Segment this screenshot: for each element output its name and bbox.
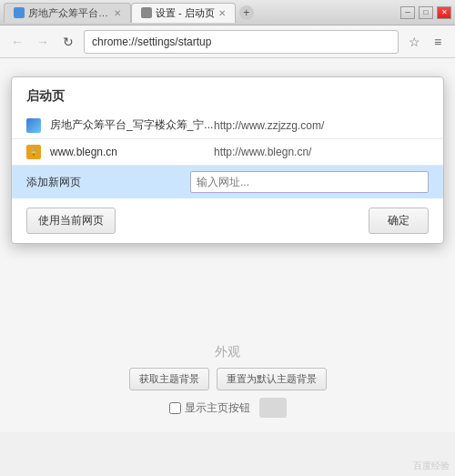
tab1-close-icon[interactable]: ✕ <box>114 8 121 18</box>
tab2-favicon <box>141 7 152 18</box>
site1-url: http://www.zzjzzg.com/ <box>214 119 429 132</box>
appearance-buttons: 获取主题背景 重置为默认主题背景 <box>18 368 437 390</box>
tab2-close-icon[interactable]: ✕ <box>218 8 226 18</box>
minimize-button[interactable]: ─ <box>400 6 415 19</box>
tab1-label: 房地产众筹平台_写字楼众筹_宁... <box>28 6 110 20</box>
add-new-row[interactable]: 添加新网页 <box>12 166 443 198</box>
list-item[interactable]: 🔒 www.blegn.cn http://www.blegn.cn/ <box>12 139 443 166</box>
tabs-container: 房地产众筹平台_写字楼众筹_宁... ✕ 设置 - 启动页 ✕ + <box>4 3 254 23</box>
page-content: Chrome 设置 历史记录 登录 启动页 房地产众筹平台_写字楼众筹_宁...… <box>0 58 455 432</box>
add-url-input[interactable] <box>190 171 429 193</box>
show-home-checkbox[interactable] <box>169 402 181 414</box>
site2-name: www.blegn.cn <box>50 146 214 158</box>
tab-2[interactable]: 设置 - 启动页 ✕ <box>131 3 236 23</box>
dialog-title: 启动页 <box>12 77 443 112</box>
site2-favicon-icon: 🔒 <box>29 148 38 157</box>
appearance-section: 外观 获取主题背景 重置为默认主题背景 显示主页按钮 <box>18 344 437 418</box>
menu-icon[interactable]: ≡ <box>428 32 448 52</box>
page-wrapper: Chrome 设置 历史记录 登录 启动页 房地产众筹平台_写字楼众筹_宁...… <box>0 58 455 476</box>
site2-url: http://www.blegn.cn/ <box>214 146 429 158</box>
watermark: 百度经验 <box>413 460 450 472</box>
show-home-label: 显示主页按钮 <box>185 400 250 416</box>
back-button[interactable]: ← <box>7 32 27 52</box>
window-controls: ─ □ ✕ <box>400 6 451 19</box>
home-button-preview <box>259 398 287 418</box>
new-tab-button[interactable]: + <box>239 5 254 20</box>
address-text: chrome://settings/startup <box>92 35 211 48</box>
refresh-icon: ↻ <box>63 35 74 49</box>
startup-dialog: 启动页 房地产众筹平台_写字楼众筹_宁... http://www.zzjzzg… <box>11 76 444 244</box>
tab-1[interactable]: 房地产众筹平台_写字楼众筹_宁... ✕ <box>4 3 131 23</box>
list-item[interactable]: 房地产众筹平台_写字楼众筹_宁... http://www.zzjzzg.com… <box>12 112 443 139</box>
nav-right: ☆ ≡ <box>404 32 448 52</box>
site2-favicon: 🔒 <box>26 145 41 159</box>
navbar: ← → ↻ chrome://settings/startup ☆ ≡ <box>0 25 455 58</box>
add-label: 添加新网页 <box>26 175 190 190</box>
tab1-favicon <box>14 7 25 18</box>
tab2-label: 设置 - 启动页 <box>156 6 215 20</box>
back-icon: ← <box>11 35 24 49</box>
site1-favicon <box>26 118 41 133</box>
titlebar: 房地产众筹平台_写字楼众筹_宁... ✕ 设置 - 启动页 ✕ + ─ □ ✕ <box>0 0 455 25</box>
forward-button[interactable]: → <box>33 32 53 52</box>
get-theme-button[interactable]: 获取主题背景 <box>129 368 209 390</box>
reset-theme-button[interactable]: 重置为默认主题背景 <box>217 368 327 390</box>
address-bar[interactable]: chrome://settings/startup <box>84 30 399 54</box>
show-home-checkbox-row: 显示主页按钮 <box>18 398 437 418</box>
maximize-button[interactable]: □ <box>419 6 433 19</box>
appearance-label: 外观 <box>18 344 437 360</box>
forward-icon: → <box>36 35 49 49</box>
use-current-page-button[interactable]: 使用当前网页 <box>26 208 116 234</box>
refresh-button[interactable]: ↻ <box>58 32 78 52</box>
confirm-button[interactable]: 确定 <box>369 208 429 234</box>
bookmark-icon[interactable]: ☆ <box>404 32 424 52</box>
site1-name: 房地产众筹平台_写字楼众筹_宁... <box>50 117 214 133</box>
close-button[interactable]: ✕ <box>437 6 451 19</box>
dialog-footer: 使用当前网页 确定 <box>12 198 443 243</box>
